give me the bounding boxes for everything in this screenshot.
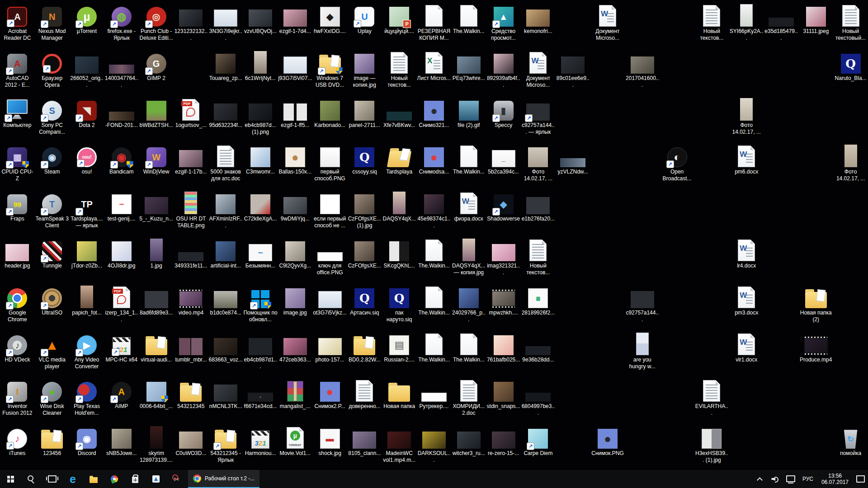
desktop-icon[interactable]: jTdor-z0Zb... [70,236,104,269]
desktop-icon[interactable]: Новый текстов... [521,236,556,276]
pinned-app-button[interactable] [146,470,166,488]
desktop-icon[interactable]: video.mp4 [174,283,208,316]
desktop-icon[interactable]: vzvUBQvOj... [243,1,278,35]
desktop-icon[interactable]: ключ для office.PNG [312,236,347,276]
desktop-icon[interactable]: µTORRENTMovie.Vol1... [278,423,312,457]
desktop-icon[interactable]: Karbonado... [312,95,347,129]
desktop-icon[interactable]: 321↗MPC-HC x64 [104,330,139,363]
desktop-icon[interactable]: kemonofri... [521,1,556,35]
desktop-icon[interactable]: 89c01ee6e9... [556,48,590,89]
desktop-icon[interactable]: ●Снимок.PNG [590,423,625,457]
desktop-icon[interactable]: sNB5Jowe... [104,423,139,457]
desktop-icon[interactable]: BD0.2.82W... [347,330,382,363]
desktop-icon[interactable]: ▪f6671e34cd... [243,376,278,410]
desktop-icon[interactable]: tumblr_mbr... [174,330,208,363]
desktop-icon[interactable]: ХОМРИДИ... 2.doc [451,376,486,417]
desktop-icon[interactable]: osu!↗osu! [70,142,104,175]
desktop-icon[interactable]: panel-2711... [347,95,382,129]
desktop[interactable]: A↗Acrobat Reader DCN↗Nexus Mod Managerµ↗… [0,0,868,488]
desktop-icon[interactable]: EVILARTHA... [694,376,729,417]
desktop-icon[interactable]: artificial-int... [208,236,243,269]
desktop-icon[interactable]: 266052_orig... [70,48,104,89]
desktop-icon[interactable]: 99↗Fraps [0,189,35,222]
desktop-icon[interactable]: bWBdZTSH... [139,95,174,129]
desktop-icon[interactable]: 6c1WrIjNyt... [243,48,278,82]
desktop-icon[interactable]: доверенно... [347,376,382,410]
desktop-icon[interactable]: Touareg_zp... [208,48,243,82]
volume-button[interactable] [768,470,783,488]
desktop-icon[interactable]: j93G7i5Vi07... [278,48,312,82]
desktop-icon[interactable]: ↻помойка [833,423,868,457]
tray-expand-button[interactable] [752,470,768,488]
desktop-icon[interactable]: image — копия.jpg [347,48,382,89]
desktop-icon[interactable]: Новая папка (2) [798,283,833,323]
desktop-icon[interactable]: A↗Acrobat Reader DC [0,1,35,42]
desktop-icon[interactable]: 1400347764... [104,48,139,89]
desktop-icon[interactable]: ▤Russian-2.... [382,330,417,363]
desktop-icon[interactable]: ↗Tunngle [35,236,70,269]
desktop-icon[interactable]: SYI66pKy2A... [729,1,764,42]
desktop-icon[interactable]: ↗Windows 7 USB DVD... [312,48,347,89]
desktop-icon[interactable]: РЕЗЕРВНАЯ КОПИЯ М... [417,1,452,42]
desktop-icon[interactable]: ~Безымянн... [243,236,278,269]
snipping-tool-button[interactable]: ✂ [166,470,187,488]
desktop-icon[interactable]: Produce.mp4 [798,330,833,363]
taskbar-window-chrome[interactable]: Рабочий стол т.2 -... [188,470,259,488]
desktop-icon[interactable]: H3exHSB39... (1).jpg [694,423,729,464]
desktop-icon[interactable]: 761bafb025... [486,330,521,363]
desktop-icon[interactable]: DAQSY4qX... — копия.jpg [451,236,486,276]
desktop-icon[interactable]: PDF1ogurtsov_... [174,95,208,129]
desktop-icon[interactable]: The.Walkin... [451,1,486,35]
desktop-icon[interactable]: yzVLZNdw... [556,142,590,175]
paint-button[interactable] [104,470,125,488]
desktop-icon[interactable]: ↗Компьютер [0,95,35,129]
language-indicator[interactable]: РУС [798,470,817,488]
desktop-icon[interactable]: ●Ballas-150x... [278,142,312,175]
desktop-icon[interactable]: e1b276fa20... [521,189,556,222]
desktop-icon[interactable]: 8105_clann... [347,423,382,457]
desktop-icon[interactable]: ◆↗Shadowverse [486,189,521,222]
desktop-icon[interactable]: C3mwomr... [243,142,278,175]
desktop-icon[interactable]: µ↗µTorrent [70,1,104,35]
desktop-icon[interactable]: U↗Uplay [347,1,382,35]
desktop-icon[interactable]: если первый способ не ... [312,189,347,229]
desktop-icon[interactable]: Фото 14.02.17, ... [729,95,764,136]
desktop-icon[interactable]: Tardsplaya [382,142,417,175]
desktop-icon[interactable]: ◉↗Steam [35,142,70,175]
desktop-icon[interactable]: Wфизра.docx [451,189,486,222]
desktop-icon[interactable]: 9wDMiYjq... [278,189,312,222]
desktop-icon[interactable]: A↗AutoCAD 2012 - E... [0,48,35,89]
desktop-icon[interactable]: ▦↗CPUID CPU-Z [0,142,35,182]
desktop-icon[interactable]: re-zero-15-... [486,423,521,457]
desktop-icon[interactable]: CzFOfgsXE... [347,236,382,269]
desktop-icon[interactable]: 321Harmoniou... [243,423,278,457]
desktop-icon[interactable]: 31111.jpeg [798,1,833,35]
desktop-icon[interactable]: ↗Play Texas Hold'em... [70,376,104,417]
desktop-icon[interactable]: ↗Google Chrome [0,283,35,323]
desktop-icon[interactable]: Wpm6.docx [729,142,764,175]
desktop-icon[interactable]: witcher3_ru... [451,423,486,457]
desktop-icon[interactable]: DAQSY4qX... [382,189,417,222]
desktop-icon[interactable]: ◉↗Discord [70,423,104,457]
desktop-icon[interactable]: C0uWO3D... [174,423,208,457]
desktop-icon[interactable]: ↗Браузер Opera [35,48,70,89]
desktop-icon[interactable]: 95d632234f... [208,95,243,129]
desktop-icon[interactable]: ◆hwFXxIDG.... [312,1,347,35]
desktop-icon[interactable]: Фото 14.02.17, ... [833,142,868,182]
desktop-icon[interactable]: PEq73whre... [451,48,486,82]
desktop-icon[interactable]: -FOND-201... [104,95,139,129]
desktop-icon[interactable]: 892939afb4f... [486,48,521,89]
desktop-icon[interactable]: Рутрекер.... [417,376,452,410]
desktop-icon[interactable]: ↗Помощник по обновл... [243,283,278,323]
desktop-icon[interactable]: Новый текстовый... [833,1,868,42]
desktop-icon[interactable]: e35d185479... [764,1,799,42]
desktop-icon[interactable]: ▆28189926f2... [521,283,556,316]
desktop-icon[interactable]: The.Walkin... [417,236,452,269]
desktop-icon[interactable]: Xfe7vBKwv... [382,95,417,129]
desktop-icon[interactable]: G↗GIMP 2 [139,48,174,82]
desktop-icon[interactable]: ●↗Wise Disk Cleaner [35,376,70,417]
desktop-icon[interactable]: N↗Nexus Mod Manager [35,1,70,42]
desktop-icon[interactable]: MadeinWC vol1.mp4.m... [382,423,417,464]
desktop-icon[interactable]: ▲↗VLC media player [35,330,70,370]
desktop-icon[interactable]: Wvlr1.docx [729,330,764,363]
